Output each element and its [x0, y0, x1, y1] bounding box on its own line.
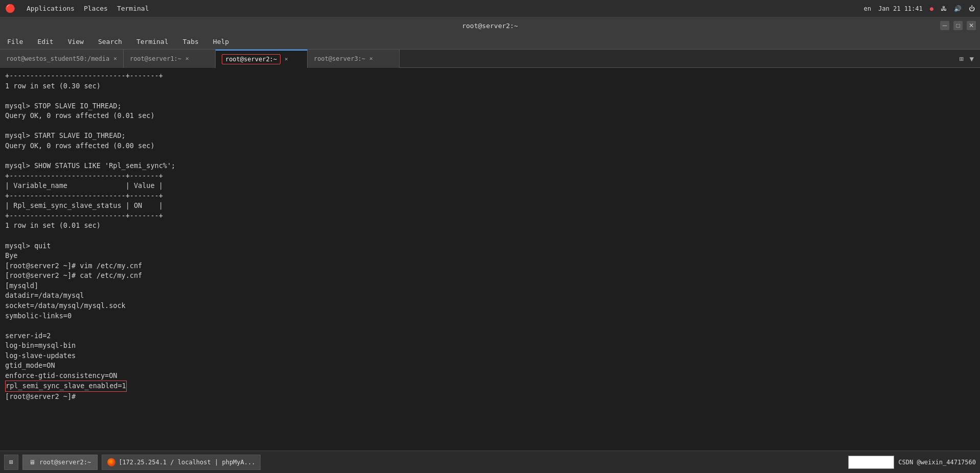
firefox-icon	[107, 458, 115, 466]
locale-indicator: en	[864, 5, 871, 12]
term-line-13: +----------------------------+-------+	[5, 191, 975, 201]
term-line-24: socket=/data/mysql/mysql.sock	[5, 301, 975, 311]
term-line-32: rpl_semi_sync_slave_enabled=1	[5, 381, 975, 392]
menu-search[interactable]: Search	[95, 37, 125, 46]
terminal-icon: 🖥	[29, 459, 35, 466]
system-bar-left: 🔴 Applications Places Terminal	[5, 4, 149, 13]
term-line-17	[5, 231, 975, 241]
tab-server2-label: root@server2:~	[222, 54, 281, 64]
terminal-area[interactable]: +----------------------------+-------+ 1…	[0, 68, 980, 451]
datetime-display: Jan 21 11:41	[878, 5, 923, 12]
menu-bar: File Edit View Search Terminal Tabs Help	[0, 34, 980, 50]
tab-server3[interactable]: root@server3:~ ✕	[308, 50, 400, 68]
term-line-22: [mysqld]	[5, 281, 975, 291]
status-browser-tab[interactable]: [172.25.254.1 / localhost | phpMyA...	[102, 455, 261, 470]
term-line-16: 1 row in set (0.01 sec)	[5, 221, 975, 231]
term-line-25: symbolic-links=0	[5, 311, 975, 321]
tab-dropdown-button[interactable]: ▼	[968, 54, 976, 64]
term-line-4: mysql> STOP SLAVE IO_THREAD;	[5, 101, 975, 111]
system-bar: 🔴 Applications Places Terminal en Jan 21…	[0, 0, 980, 17]
csdn-label: CSDN @weixin_44717560	[898, 459, 976, 466]
minimize-button[interactable]: ─	[940, 21, 949, 30]
tab-server3-close[interactable]: ✕	[369, 55, 373, 62]
highlighted-config-line: rpl_semi_sync_slave_enabled=1	[5, 381, 127, 392]
status-display-button[interactable]: ⊞	[4, 455, 18, 470]
term-line-21: [root@server2 ~]# cat /etc/my.cnf	[5, 271, 975, 281]
term-line-5: Query OK, 0 rows affected (0.01 sec)	[5, 111, 975, 121]
term-line-12: | Variable_name | Value |	[5, 181, 975, 191]
title-bar-controls: ─ □ ✕	[940, 21, 976, 30]
term-line-29: log-slave-updates	[5, 351, 975, 361]
window-title: root@server2:~	[462, 22, 518, 30]
volume-icon: 🔊	[954, 5, 962, 12]
status-terminal-label: root@server2:~	[39, 459, 91, 466]
tab-server1[interactable]: root@server1:~ ✕	[124, 50, 216, 68]
term-line-23: datadir=/data/mysql	[5, 291, 975, 301]
term-line-18: mysql> quit	[5, 241, 975, 251]
tab-server2[interactable]: root@server2:~ ✕	[216, 50, 308, 68]
status-bar: ⊞ 🖥 root@server2:~ [172.25.254.1 / local…	[0, 451, 980, 473]
term-line-7: mysql> START SLAVE IO_THREAD;	[5, 131, 975, 141]
term-line-20: [root@server2 ~]# vim /etc/my.cnf	[5, 261, 975, 271]
status-bar-right: CSDN @weixin_44717560	[848, 456, 976, 469]
maximize-button[interactable]: □	[953, 21, 963, 30]
menu-edit[interactable]: Edit	[34, 37, 56, 46]
term-line-8: Query OK, 0 rows affected (0.00 sec)	[5, 141, 975, 151]
menu-help[interactable]: Help	[210, 37, 232, 46]
status-terminal-tab[interactable]: 🖥 root@server2:~	[22, 455, 98, 470]
status-browser-label: [172.25.254.1 / localhost | phpMyA...	[119, 459, 255, 466]
title-bar: root@server2:~ ─ □ ✕	[0, 17, 980, 34]
network-icon: 🖧	[941, 5, 947, 12]
places-menu[interactable]: Places	[84, 5, 108, 12]
term-line-10: mysql> SHOW STATUS LIKE 'Rpl_semi_sync%'…	[5, 161, 975, 171]
term-line-14: | Rpl_semi_sync_slave_status | ON |	[5, 201, 975, 211]
term-line-1: +----------------------------+-------+	[5, 71, 975, 81]
menu-file[interactable]: File	[4, 37, 26, 46]
applications-menu[interactable]: Applications	[27, 5, 75, 12]
record-indicator: ●	[930, 5, 934, 12]
tab-server1-label: root@server1:~	[130, 55, 181, 62]
term-line-19: Bye	[5, 251, 975, 261]
status-input-box[interactable]	[848, 456, 894, 469]
term-line-15: +----------------------------+-------+	[5, 211, 975, 221]
term-line-6	[5, 121, 975, 131]
tab-server1-close[interactable]: ✕	[185, 55, 189, 62]
term-line-2: 1 row in set (0.30 sec)	[5, 81, 975, 91]
term-line-30: gtid_mode=ON	[5, 361, 975, 371]
menu-view[interactable]: View	[65, 37, 87, 46]
redhat-icon: 🔴	[5, 4, 15, 13]
tab-westos-label: root@westos_student50:/media	[6, 55, 109, 62]
tab-server2-close[interactable]: ✕	[285, 56, 288, 62]
terminal-menu[interactable]: Terminal	[117, 5, 149, 12]
term-line-28: log-bin=mysql-bin	[5, 341, 975, 351]
term-line-26	[5, 321, 975, 331]
term-line-33: [root@server2 ~]#	[5, 392, 975, 402]
tab-westos-close[interactable]: ✕	[113, 55, 117, 62]
tab-actions: ⊞ ▼	[957, 54, 980, 64]
menu-tabs[interactable]: Tabs	[180, 37, 202, 46]
term-line-27: server-id=2	[5, 331, 975, 341]
tab-bar: root@westos_student50:/media ✕ root@serv…	[0, 50, 980, 68]
term-line-31: enforce-gtid-consistency=ON	[5, 371, 975, 381]
system-bar-right: en Jan 21 11:41 ● 🖧 🔊 ⏻	[864, 5, 975, 12]
term-line-3	[5, 91, 975, 101]
menu-terminal[interactable]: Terminal	[133, 37, 172, 46]
new-tab-button[interactable]: ⊞	[957, 54, 965, 64]
term-line-9	[5, 151, 975, 161]
tab-westos[interactable]: root@westos_student50:/media ✕	[0, 50, 124, 68]
tab-server3-label: root@server3:~	[314, 55, 365, 62]
close-button[interactable]: ✕	[967, 21, 976, 30]
term-line-11: +----------------------------+-------+	[5, 171, 975, 181]
power-icon: ⏻	[969, 5, 975, 12]
